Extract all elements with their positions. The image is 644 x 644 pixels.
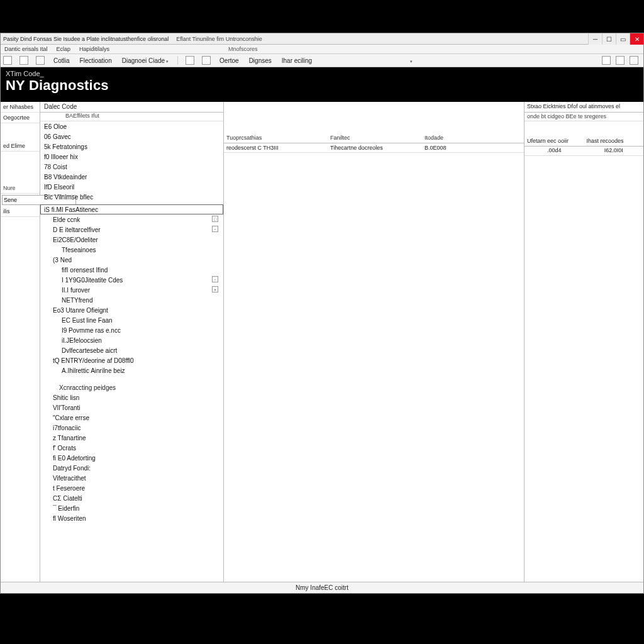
badge-icon: ▫ xyxy=(212,276,218,282)
restore-button[interactable]: ▭ xyxy=(616,33,630,45)
tree-item[interactable]: Bic Vilnimse bflec xyxy=(40,192,223,202)
maximize-button[interactable]: ☐ xyxy=(602,33,616,45)
tree-subitem[interactable]: I 1Y9G0Jiteatite Cdes▫ xyxy=(40,275,223,285)
tree-subitem[interactable]: D E iteltarcelfiver▫ xyxy=(40,225,223,235)
tree-subitem[interactable]: fi E0 Adetorting xyxy=(40,453,223,463)
tree-subitem[interactable]: I9 Povmme ras e.ncc xyxy=(40,325,223,335)
right-panel-sub: onde bt cidgeo BEe te sregeres xyxy=(525,113,643,121)
rp-col-2[interactable]: Ihast recoodes xyxy=(584,136,644,146)
titlebar-text-a: Pasity Dind Fonsas Sie Isudee a Plate in… xyxy=(3,36,169,42)
toolbar-icon-4[interactable] xyxy=(186,56,194,65)
toolbar-item-2[interactable]: Flectioation xyxy=(79,57,113,65)
grid-cell: B.0E008 xyxy=(422,143,510,152)
tree-panel: Dalec Code BAEffilets Ifut E6 Oloe 06 Ga… xyxy=(40,102,224,582)
toolbar-item-5[interactable]: Dignses xyxy=(248,57,273,65)
breadcrumb: XTim Code_ xyxy=(6,70,638,77)
toolbar-icon-1[interactable] xyxy=(3,56,12,65)
sidebar-item-b[interactable]: Oegocrtee xyxy=(1,113,40,123)
grid-row[interactable]: reodescerst C TH3III Tihecartne docreole… xyxy=(224,143,524,153)
grid-cell: Tihecartne docreoles xyxy=(328,143,422,152)
tree-item[interactable]: 06 Gavec xyxy=(40,131,223,142)
tree-item[interactable]: 78 Coist xyxy=(40,162,223,172)
menu-item-c[interactable]: Hapiditilalys xyxy=(78,45,111,53)
right-panel: Stxao Eicktnies Dfof oul atinmoves el on… xyxy=(524,102,643,582)
menu-item-a[interactable]: Dantic erisals Ital xyxy=(3,45,49,53)
header-bar: XTim Code_ NY Diagnostics xyxy=(1,67,643,102)
tree-subitem[interactable]: tQ ENTRY/deorine af D08ffl0 xyxy=(40,355,223,365)
tree-subitem[interactable]: Dvlfecartesebe aicrt xyxy=(40,345,223,355)
tree-subitem[interactable]: A.Ihilrettic Ainrilne beiz xyxy=(40,365,223,375)
grid-col-3[interactable]: Itodade xyxy=(422,133,510,143)
toolbar-item-3[interactable]: Diagnoei Ciade xyxy=(121,57,170,65)
toolbar-dropdown[interactable] xyxy=(409,57,421,65)
toolbar-item-4[interactable]: Oertoe xyxy=(218,57,240,65)
menu-item-d[interactable]: Mnofscores xyxy=(227,45,259,53)
badge-icon: ▪ xyxy=(212,286,218,292)
toolbar-right-icon-1[interactable] xyxy=(602,56,611,65)
tree-section-label: Xcnraccting peidges xyxy=(40,382,223,392)
page-title: NY Diagnostics xyxy=(6,77,638,94)
tree-subitem[interactable]: Tfeseainoes xyxy=(40,245,223,255)
tree-item[interactable]: 5k Fetratonings xyxy=(40,142,223,152)
tree-item-selected[interactable]: iS fi.MI FasAtitenec xyxy=(40,204,223,214)
tree-item[interactable]: f0 Illoeer hix xyxy=(40,152,223,162)
tree-subitem[interactable]: EC Eust line Faan xyxy=(40,315,223,325)
tree-subitem[interactable]: (3 Ned xyxy=(40,255,223,265)
rp-col-1[interactable]: Ufetarn eec ooiir xyxy=(525,136,584,146)
tree-subitem[interactable]: z Tfanartine xyxy=(40,433,223,443)
tree-item[interactable]: B8 Vtkdeainder xyxy=(40,172,223,182)
toolbar-item-1[interactable]: Cotlia xyxy=(52,57,71,65)
grid-header: Tuoprcsathias Faniltec Itodade xyxy=(224,133,524,143)
tree-subitem[interactable]: II.I furover▪ xyxy=(40,285,223,295)
grid-col-1[interactable]: Tuoprcsathias xyxy=(224,133,328,143)
titlebar: Pasity Dind Fonsas Sie Isudee a Plate in… xyxy=(1,33,643,45)
tree-subitem[interactable]: Ei2C8E/Odeliter xyxy=(40,235,223,245)
toolbar-icon-3[interactable] xyxy=(36,56,45,65)
menu-item-b[interactable]: Eclap xyxy=(55,45,72,53)
toolbar-right-icon-3[interactable] xyxy=(630,56,638,65)
right-panel-header: Stxao Eicktnies Dfof oul atinmoves el xyxy=(525,102,643,113)
close-button[interactable]: ✕ xyxy=(630,33,643,45)
titlebar-text-b: Eflant Tinunilne fim Untronconshie xyxy=(176,36,262,42)
toolbar-item-6[interactable]: Ihar eciling xyxy=(280,57,313,65)
toolbar-right-icon-2[interactable] xyxy=(616,56,625,65)
tree-subitem[interactable]: fl Woseriten xyxy=(40,513,223,523)
tree-subitem[interactable]: Eo3 Utanre Ofieignt xyxy=(40,305,223,315)
tree-subitem[interactable]: fifI orensest Ifind xyxy=(40,265,223,275)
grid-area: Tuoprcsathias Faniltec Itodade reodescer… xyxy=(224,102,524,582)
menubar: Dantic erisals Ital Eclap Hapiditilalys … xyxy=(1,45,643,54)
tree-subitem[interactable]: Datryd Fondi: xyxy=(40,463,223,473)
tree-subitem[interactable]: i7tfonaciic xyxy=(40,423,223,433)
status-bar: Nmy InafeEC coitrt xyxy=(1,582,643,593)
tree-subitem[interactable]: Elde ccnk□ xyxy=(40,214,223,225)
tree-header: Dalec Code xyxy=(40,102,223,113)
sidebar-label-d: Nure xyxy=(1,183,40,194)
tree-item[interactable]: IfD Elseoril xyxy=(40,182,223,192)
tree-subitem[interactable]: f' Ocrats xyxy=(40,443,223,453)
tree-subitem[interactable]: VlI'Toranti xyxy=(40,402,223,413)
toolbar-icon-5[interactable] xyxy=(202,56,211,65)
tree-subitem[interactable]: "Cxlare errse xyxy=(40,413,223,423)
toolbar-icon-2[interactable] xyxy=(19,56,28,65)
app-window: Pasity Dind Fonsas Sie Isudee a Plate in… xyxy=(0,33,644,594)
tree-subitem[interactable]: il.JEfeloocsien xyxy=(40,335,223,345)
tree-subitem[interactable]: t Feseroere xyxy=(40,483,223,493)
grid-col-2[interactable]: Faniltec xyxy=(328,133,422,143)
grid-cell: reodescerst C TH3III xyxy=(224,143,328,152)
tree-subitem[interactable]: ¯ Eiderfin xyxy=(40,503,223,513)
toolbar: Cotlia Flectioation Diagnoei Ciade Oerto… xyxy=(1,54,643,67)
sidebar-item-a[interactable]: er Nihasbes xyxy=(1,102,40,113)
content-area: er Nihasbes Oegocrtee ed Elime Nure ilis… xyxy=(1,102,643,582)
tree-subitem[interactable]: NETYfrend xyxy=(40,295,223,305)
rp-cell: .00d4 xyxy=(525,147,584,155)
right-panel-row[interactable]: .00d4 I62.0I0I xyxy=(525,147,643,156)
tree-subitem[interactable]: Vifetracithet xyxy=(40,473,223,483)
sidebar-item-e[interactable]: ilis xyxy=(1,206,40,217)
sidebar-item-c[interactable]: ed Elime xyxy=(1,141,40,152)
rp-cell: I62.0I0I xyxy=(584,147,644,155)
tree-body: E6 Oloe 06 Gavec 5k Fetratonings f0 Illo… xyxy=(40,121,223,582)
tree-subitem[interactable]: Shitic lisn xyxy=(40,392,223,402)
tree-subitem[interactable]: CΣ Ciatelti xyxy=(40,493,223,503)
minimize-button[interactable]: ─ xyxy=(588,33,602,45)
tree-item[interactable]: E6 Oloe xyxy=(40,121,223,131)
